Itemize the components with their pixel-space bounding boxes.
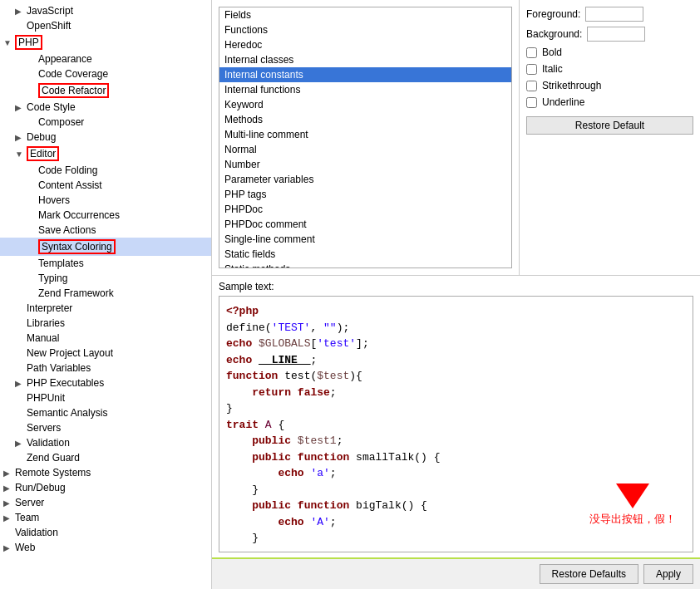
syntax-list-container: FieldsFunctionsHeredocInternal classesIn… — [212, 0, 520, 275]
sidebar-item-label: Zend Framework — [38, 287, 114, 299]
sidebar-item-validation2[interactable]: Validation — [0, 525, 211, 540]
sidebar-item-new-project-layout[interactable]: New Project Layout — [0, 346, 211, 361]
sidebar-item-remote-systems[interactable]: ▶Remote Systems — [0, 465, 211, 480]
syntax-list-item[interactable]: PHPDoc — [219, 202, 511, 217]
syntax-list-item[interactable]: PHPDoc comment — [219, 217, 511, 232]
sidebar-item-servers[interactable]: Servers — [0, 420, 211, 435]
syntax-list-item[interactable]: Methods — [219, 112, 511, 127]
syntax-list-item[interactable]: Normal — [219, 142, 511, 157]
sidebar-item-label: PHP Executables — [27, 377, 104, 389]
tree-arrow-icon: ▼ — [3, 38, 15, 47]
syntax-list-item[interactable]: Parameter variables — [219, 172, 511, 187]
sidebar-item-manual[interactable]: Manual — [0, 331, 211, 346]
sidebar-item-typing[interactable]: Typing — [0, 271, 211, 286]
syntax-list-item[interactable]: PHP tags — [219, 187, 511, 202]
sidebar-item-label: Server — [15, 497, 44, 508]
sidebar-item-label: PHPUnit — [27, 392, 65, 404]
sidebar-item-libraries[interactable]: Libraries — [0, 316, 211, 331]
sidebar-item-interpreter[interactable]: Interpreter — [0, 301, 211, 316]
sidebar-item-editor[interactable]: ▼Editor — [0, 145, 211, 163]
sidebar-item-php[interactable]: ▼PHP — [0, 33, 211, 52]
syntax-list-item[interactable]: Number — [219, 157, 511, 172]
sidebar-item-save-actions[interactable]: Save Actions — [0, 223, 211, 238]
sidebar-item-semantic-analysis[interactable]: Semantic Analysis — [0, 405, 211, 420]
sidebar-item-team[interactable]: ▶Team — [0, 510, 211, 525]
sidebar-item-label: Mark Occurrences — [38, 209, 120, 221]
sidebar-item-label: Servers — [27, 422, 61, 434]
sidebar-item-composer[interactable]: Composer — [0, 115, 211, 130]
sidebar-item-php-executables[interactable]: ▶PHP Executables — [0, 375, 211, 390]
sidebar-item-label: Editor — [27, 146, 59, 161]
main-container: ▶JavaScriptOpenShift▼PHPAppearanceCode C… — [0, 0, 700, 589]
restore-defaults-button[interactable]: Restore Defaults — [540, 564, 638, 584]
sample-code: <?php define('TEST', ""); echo $GLOBALS[… — [219, 297, 693, 552]
sidebar-item-code-style[interactable]: ▶Code Style — [0, 100, 211, 115]
sidebar-item-zend-framework[interactable]: Zend Framework — [0, 286, 211, 301]
sidebar-item-code-folding[interactable]: Code Folding — [0, 163, 211, 178]
syntax-list-item[interactable]: Functions — [219, 22, 511, 37]
sidebar: ▶JavaScriptOpenShift▼PHPAppearanceCode C… — [0, 0, 212, 589]
sidebar-item-label: Code Refactor — [38, 83, 109, 98]
bold-checkbox[interactable] — [526, 47, 537, 58]
italic-row: Italic — [526, 63, 693, 75]
syntax-list-item[interactable]: Internal constants — [219, 67, 511, 82]
syntax-list-item[interactable]: Internal functions — [219, 82, 511, 97]
sidebar-item-zend-guard[interactable]: Zend Guard — [0, 450, 211, 465]
sidebar-item-hovers[interactable]: Hovers — [0, 193, 211, 208]
strikethrough-checkbox[interactable] — [526, 81, 537, 91]
syntax-list-item[interactable]: Heredoc — [219, 37, 511, 52]
foreground-label: Foreground: — [526, 8, 580, 20]
sidebar-item-appearance[interactable]: Appearance — [0, 52, 211, 66]
sidebar-item-openshift[interactable]: OpenShift — [0, 18, 211, 33]
underline-checkbox[interactable] — [526, 97, 537, 108]
sidebar-item-web[interactable]: ▶Web — [0, 540, 211, 555]
sample-label: Sample text: — [219, 281, 693, 292]
tree-arrow-icon: ▶ — [3, 483, 15, 493]
sidebar-item-phpunit[interactable]: PHPUnit — [0, 390, 211, 405]
sidebar-item-javascript[interactable]: ▶JavaScript — [0, 3, 211, 18]
sidebar-item-label: Code Coverage — [38, 68, 108, 80]
sidebar-item-templates[interactable]: Templates — [0, 256, 211, 271]
syntax-list-item[interactable]: Static methods — [219, 262, 511, 268]
sidebar-item-debug[interactable]: ▶Debug — [0, 130, 211, 145]
syntax-list-item[interactable]: Fields — [219, 7, 511, 22]
underline-row: Underline — [526, 96, 693, 108]
syntax-list[interactable]: FieldsFunctionsHeredocInternal classesIn… — [219, 7, 512, 268]
syntax-list-item[interactable]: Keyword — [219, 97, 511, 112]
sidebar-item-label: Templates — [38, 258, 84, 269]
sidebar-item-label: Interpreter — [27, 302, 72, 314]
background-color-picker[interactable] — [587, 27, 645, 42]
sidebar-item-label: Manual — [27, 332, 59, 344]
apply-button[interactable]: Apply — [643, 564, 693, 584]
syntax-list-item[interactable]: Single-line comment — [219, 232, 511, 247]
sidebar-item-validation[interactable]: ▶Validation — [0, 435, 211, 450]
sidebar-item-label: Web — [15, 542, 35, 553]
sidebar-item-label: Composer — [38, 116, 84, 128]
sidebar-item-label: OpenShift — [27, 20, 71, 32]
sidebar-item-label: Libraries — [27, 317, 65, 329]
italic-label: Italic — [542, 63, 563, 75]
foreground-color-picker[interactable] — [585, 7, 643, 22]
tree-arrow-icon: ▶ — [3, 469, 15, 478]
sidebar-item-syntax-coloring[interactable]: Syntax Coloring — [0, 238, 211, 256]
sidebar-item-run-debug[interactable]: ▶Run/Debug — [0, 480, 211, 495]
restore-default-button[interactable]: Restore Default — [526, 116, 693, 135]
syntax-list-item[interactable]: Multi-line comment — [219, 127, 511, 142]
sidebar-item-code-coverage[interactable]: Code Coverage — [0, 66, 211, 81]
sidebar-item-server[interactable]: ▶Server — [0, 495, 211, 510]
sidebar-item-label: Remote Systems — [15, 467, 91, 479]
sidebar-item-label: New Project Layout — [27, 347, 113, 359]
style-options-panel: Foreground: Background: Bold Italic — [520, 0, 700, 275]
sidebar-item-code-refactor[interactable]: Code Refactor — [0, 81, 211, 100]
sidebar-item-path-variables[interactable]: Path Variables — [0, 361, 211, 375]
syntax-list-item[interactable]: Static fields — [219, 247, 511, 262]
sidebar-item-mark-occurrences[interactable]: Mark Occurrences — [0, 208, 211, 223]
sidebar-item-label: Zend Guard — [27, 452, 80, 464]
sidebar-item-content-assist[interactable]: Content Assist — [0, 178, 211, 193]
syntax-list-item[interactable]: Internal classes — [219, 52, 511, 67]
bold-row: Bold — [526, 47, 693, 58]
italic-checkbox[interactable] — [526, 64, 537, 75]
sample-code-container[interactable]: <?php define('TEST', ""); echo $GLOBALS[… — [219, 296, 693, 552]
sidebar-item-label: Validation — [27, 437, 70, 449]
background-label: Background: — [526, 28, 582, 40]
